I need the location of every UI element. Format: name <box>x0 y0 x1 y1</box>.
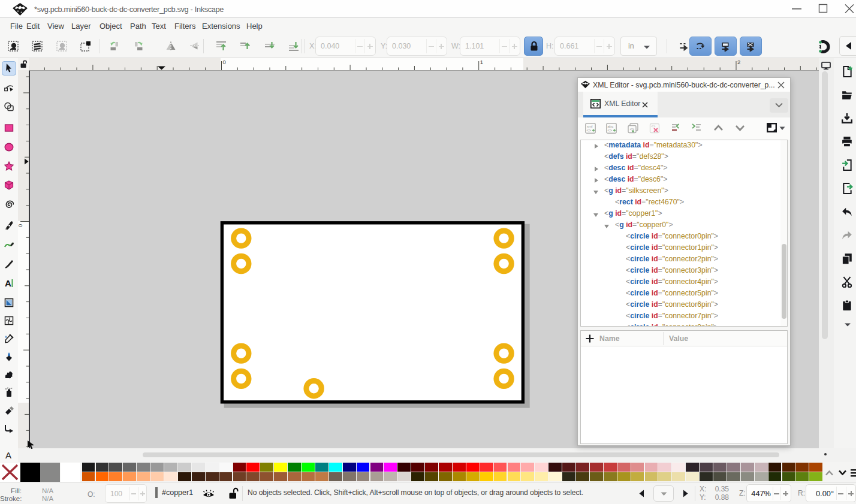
svg-text:0: 0 <box>223 59 226 65</box>
svg-text:0: 0 <box>18 224 23 227</box>
svg-text:<>: <> <box>630 127 635 131</box>
svg-text:<>: <> <box>651 124 656 128</box>
svg-text:<>: <> <box>608 128 613 132</box>
svg-text:<>: <> <box>587 128 592 132</box>
svg-text:A: A <box>5 278 11 288</box>
svg-text:A: A <box>5 450 11 460</box>
svg-text:1: 1 <box>480 59 483 65</box>
svg-text:2: 2 <box>737 59 740 65</box>
